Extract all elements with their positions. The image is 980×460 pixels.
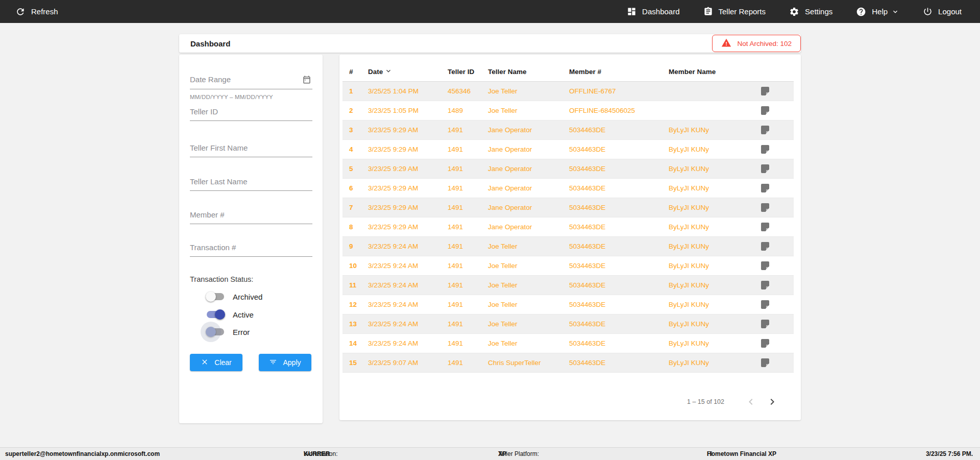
error-toggle-label: Error [233,328,250,336]
note-icon[interactable] [761,320,769,328]
nav-logout[interactable]: Logout [923,7,962,16]
row-member-num: 5034463DE [569,281,669,289]
refresh-button[interactable]: Refresh [15,7,58,17]
row-date: 3/23/25 9:24 AM [368,301,448,308]
table-row[interactable]: 3 3/23/25 9:29 AM 1491 Jane Operator 503… [342,120,794,140]
teller-last-name-input[interactable] [190,177,312,191]
transaction-number-input[interactable] [190,243,312,257]
transactions-table-card: # Date Teller ID Teller Name Member # Me… [339,55,801,420]
note-icon[interactable] [761,145,769,154]
nav-teller-reports[interactable]: Teller Reports [703,7,766,16]
row-member-num: 5034463DE [569,223,669,231]
sort-arrow-icon [384,67,393,77]
row-teller-id: 1491 [448,126,488,134]
row-member-num: 5034463DE [569,204,669,211]
row-number: 5 [342,165,368,173]
table-header-row: # Date Teller ID Teller Name Member # Me… [342,62,794,82]
calendar-icon[interactable] [302,75,312,89]
note-icon[interactable] [761,223,769,231]
table-row[interactable]: 9 3/23/25 9:24 AM 1491 Joe Teller 503446… [342,237,794,256]
table-row[interactable]: 8 3/23/25 9:29 AM 1491 Jane Operator 503… [342,217,794,237]
row-teller-id: 1491 [448,223,488,231]
row-teller-name: Chris SuperTeller [488,359,569,367]
nav-settings-label: Settings [805,7,832,16]
date-range-hint: MM/DD/YYYY – MM/DD/YYYY [190,94,273,100]
dashboard-header-card: Dashboard Not Archived: 102 [179,34,801,53]
nav-teller-reports-label: Teller Reports [719,7,766,16]
note-icon[interactable] [761,358,769,367]
column-header-member-name: Member Name [669,68,761,76]
table-row[interactable]: 12 3/23/25 9:24 AM 1491 Joe Teller 50344… [342,295,794,314]
table-row[interactable]: 4 3/23/25 9:29 AM 1491 Jane Operator 503… [342,140,794,159]
note-icon[interactable] [761,339,769,348]
clear-button-label: Clear [214,358,231,367]
nav-help-label: Help [872,7,888,16]
apply-button[interactable]: Apply [259,354,311,371]
row-member-num: 5034463DE [569,301,669,308]
table-row[interactable]: 13 3/23/25 9:24 AM 1491 Joe Teller 50344… [342,314,794,334]
row-number: 4 [342,146,368,153]
power-icon [923,7,933,16]
refresh-label: Refresh [31,7,58,16]
table-row[interactable]: 7 3/23/25 9:29 AM 1491 Jane Operator 503… [342,198,794,217]
error-toggle[interactable] [206,327,225,337]
note-icon[interactable] [761,242,769,251]
archived-toggle[interactable] [206,292,225,302]
row-member-name: ByLyJI KUNy [669,126,761,134]
table-row[interactable]: 6 3/23/25 9:29 AM 1491 Jane Operator 503… [342,179,794,198]
row-date: 3/23/25 9:29 AM [368,223,448,231]
row-member-name: ByLyJI KUNy [669,146,761,153]
note-icon[interactable] [761,300,769,309]
teller-id-input[interactable] [190,107,312,121]
table-row[interactable]: 11 3/23/25 9:24 AM 1491 Joe Teller 50344… [342,276,794,295]
note-icon[interactable] [761,87,769,95]
table-row[interactable]: 2 3/23/25 1:05 PM 1489 Joe Teller OFFLIN… [342,101,794,120]
date-range-input[interactable] [190,75,302,88]
row-teller-name: Joe Teller [488,243,569,250]
table-row[interactable]: 10 3/23/25 9:24 AM 1491 Joe Teller 50344… [342,256,794,276]
note-icon[interactable] [761,164,769,173]
next-page-button[interactable] [764,394,780,410]
status-bar: superteller2@hometownfinancialxp.onmicro… [0,447,980,460]
row-teller-name: Jane Operator [488,223,569,231]
nav-dashboard[interactable]: Dashboard [627,7,679,16]
nav-help[interactable]: Help [856,7,899,17]
active-toggle[interactable] [206,309,225,320]
row-number: 11 [342,281,368,289]
note-icon[interactable] [761,126,769,134]
note-icon[interactable] [761,261,769,270]
table-row[interactable]: 1 3/25/25 1:04 PM 456346 Joe Teller OFFL… [342,82,794,101]
row-teller-id: 1491 [448,301,488,308]
warning-icon [721,38,731,50]
clear-button[interactable]: Clear [190,354,242,371]
row-teller-name: Joe Teller [488,87,569,95]
note-icon[interactable] [761,184,769,192]
row-teller-name: Joe Teller [488,262,569,270]
filter-icon [269,358,277,368]
row-member-name: ByLyJI KUNy [669,165,761,173]
note-icon[interactable] [761,281,769,289]
transaction-status-label: Transaction Status: [190,275,253,283]
navbar-menu: Dashboard Teller Reports Settings Help L… [627,7,962,17]
note-icon[interactable] [761,203,769,212]
row-date: 3/23/25 9:29 AM [368,126,448,134]
row-member-num: 5034463DE [569,243,669,250]
table-row[interactable]: 5 3/23/25 9:29 AM 1491 Jane Operator 503… [342,159,794,179]
row-member-num: OFFLINE-684506025 [569,107,669,114]
column-header-date[interactable]: Date [368,67,448,77]
member-number-input[interactable] [190,210,312,224]
teller-first-name-input[interactable] [190,143,312,157]
active-toggle-row: Active [206,309,254,320]
row-date: 3/23/25 1:05 PM [368,107,448,114]
row-number: 2 [342,107,368,114]
row-teller-id: 1491 [448,320,488,328]
nav-settings[interactable]: Settings [789,7,832,17]
row-member-num: 5034463DE [569,320,669,328]
table-row[interactable]: 14 3/23/25 9:24 AM 1491 Joe Teller 50344… [342,334,794,353]
table-row[interactable]: 15 3/23/25 9:07 AM 1491 Chris SuperTelle… [342,353,794,373]
note-icon[interactable] [761,106,769,115]
column-header-num: # [342,68,368,76]
row-date: 3/23/25 9:29 AM [368,165,448,173]
previous-page-button[interactable] [743,394,759,410]
row-number: 13 [342,320,368,328]
